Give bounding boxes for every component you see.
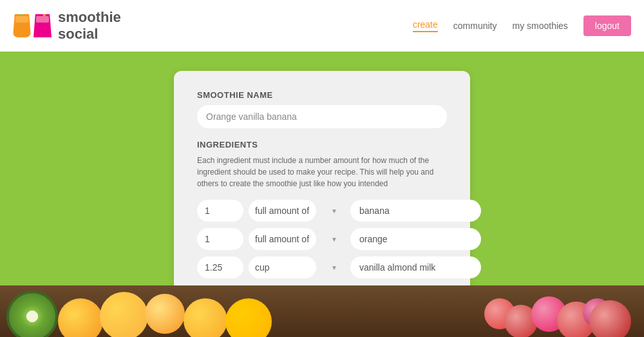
fruit-bar [0,285,644,337]
orange-fruit-3 [145,294,185,334]
orange-fruit-2 [100,292,148,337]
unit-select-wrapper-1: full amount of cup tbsp tsp oz ml [249,200,345,222]
straw-left-icon [18,5,23,17]
ingredient-row-1: full amount of cup tbsp tsp oz ml [197,200,447,222]
unit-select-2[interactable]: full amount of cup tbsp tsp oz ml [249,228,316,250]
smoothie-name-label: SMOOTHIE NAME [197,90,447,100]
fruit-decoration [0,285,644,337]
ingredient-row-3: full amount of cup tbsp tsp oz ml [197,256,447,278]
nav-create[interactable]: create [413,19,438,32]
citrus-fruit-1 [225,298,272,337]
logo-icon [13,14,52,37]
raspberry-5 [589,300,631,337]
amount-input-2[interactable] [197,228,243,250]
amount-input-1[interactable] [197,200,243,222]
nav-community[interactable]: community [453,21,497,31]
ingredient-name-input-3[interactable] [350,256,481,278]
ingredients-label: INGREDIENTS [197,140,447,149]
orange-fruit-4 [184,298,227,337]
logo-line2: social [58,26,121,43]
header: smoothie social create community my smoo… [0,0,644,52]
logo-line1: smoothie [58,9,121,26]
logo-area: smoothie social [13,9,121,43]
ingredient-row-2: full amount of cup tbsp tsp oz ml [197,228,447,250]
ingredient-name-input-2[interactable] [350,228,481,250]
logo-text: smoothie social [58,9,121,43]
amount-input-3[interactable] [197,256,243,278]
straw-right-icon [43,5,47,17]
smoothie-name-input[interactable] [197,105,447,128]
unit-select-wrapper-3: full amount of cup tbsp tsp oz ml [249,256,345,278]
unit-select-1[interactable]: full amount of cup tbsp tsp oz ml [249,200,316,222]
cup-left-icon [13,14,31,37]
unit-select-3[interactable]: full amount of cup tbsp tsp oz ml [249,256,316,278]
logout-button[interactable]: logout [583,15,631,36]
ingredients-description: Each ingredient must include a number am… [197,155,447,189]
ingredient-name-input-1[interactable] [350,200,481,222]
unit-select-wrapper-2: full amount of cup tbsp tsp oz ml [249,228,345,250]
kiwi-fruit [6,291,58,337]
orange-fruit-1 [58,298,103,337]
nav-my-smoothies[interactable]: my smoothies [512,21,567,31]
cup-right-wrapper [33,14,52,37]
main-nav: create community my smoothies logout [413,15,631,36]
cup-left-wrapper [13,14,31,37]
cup-right-icon [33,14,52,37]
